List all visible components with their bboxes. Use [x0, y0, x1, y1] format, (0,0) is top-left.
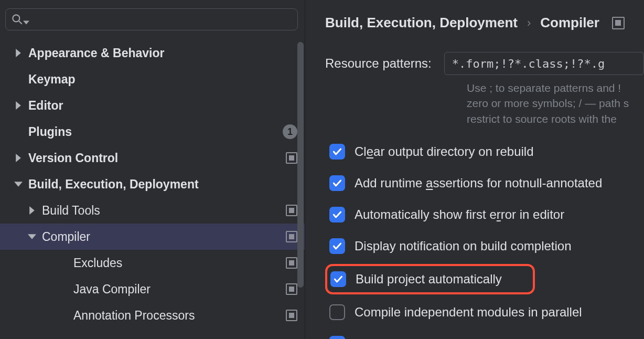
tree-item-excludes[interactable]: Excludes	[0, 250, 305, 276]
resource-patterns-hint: Use ; to separate patterns and ! zero or…	[467, 80, 644, 126]
checkbox[interactable]	[329, 238, 345, 254]
checkbox[interactable]	[329, 304, 345, 320]
tree-item-label: Build Tools	[42, 204, 100, 218]
tree-item-compiler[interactable]: Compiler	[0, 224, 305, 250]
breadcrumb-separator: ›	[527, 16, 531, 30]
checkbox[interactable]	[329, 144, 345, 160]
svg-line-1	[19, 21, 22, 24]
search-icon	[10, 13, 29, 26]
search-wrap	[0, 4, 305, 38]
breadcrumb: Build, Execution, Deployment › Compiler	[325, 15, 644, 31]
settings-window: Appearance & BehaviorKeymapEditorPlugins…	[0, 0, 644, 339]
checkbox[interactable]	[329, 207, 345, 223]
tree-item-appearance-behavior[interactable]: Appearance & Behavior	[0, 40, 305, 66]
resource-patterns-input[interactable]	[444, 52, 644, 75]
tree-item-label: Excludes	[73, 256, 122, 270]
checkbox-label: Clear output directory on rebuild	[355, 144, 534, 159]
tree-item-keymap[interactable]: Keymap	[0, 66, 305, 92]
tree-item-version-control[interactable]: Version Control	[0, 145, 305, 171]
hint-line: Use ; to separate patterns and !	[467, 80, 644, 96]
tree-item-build-execution-deployment[interactable]: Build, Execution, Deployment	[0, 171, 305, 197]
settings-sidebar: Appearance & BehaviorKeymapEditorPlugins…	[0, 0, 305, 339]
hint-line: restrict to source roots with the	[467, 111, 644, 126]
checkbox-label: Automatically show first error in editor	[355, 207, 564, 222]
svg-point-0	[13, 15, 19, 22]
chevron-right-icon[interactable]	[12, 46, 25, 60]
checkbox-label: Display notification on build completion	[355, 239, 572, 253]
update-badge: 1	[283, 124, 297, 139]
checkbox-row[interactable]: Automatically show first error in editor	[325, 201, 644, 228]
tree-item-label: Editor	[28, 99, 63, 113]
search-input[interactable]	[5, 8, 298, 30]
tree-item-label: Java Compiler	[73, 282, 151, 296]
chevron-down-icon[interactable]	[25, 230, 39, 243]
tree-item-plugins[interactable]: Plugins1	[0, 119, 305, 145]
tree-item-label: Build, Execution, Deployment	[28, 177, 199, 192]
project-scope-icon	[286, 152, 297, 164]
chevron-right-icon[interactable]	[25, 204, 39, 217]
tree-item-editor[interactable]: Editor	[0, 92, 305, 119]
tree-item-label: Keymap	[28, 72, 75, 87]
compiler-options-list: Clear output directory on rebuildAdd run…	[325, 138, 644, 339]
checkbox[interactable]	[329, 336, 345, 339]
checkbox-label: Add runtime assertions for notnull-annot…	[355, 176, 602, 190]
chevron-down-icon[interactable]	[12, 177, 25, 191]
checkbox-row[interactable]: Compile independent modules in parallel	[325, 299, 644, 326]
project-scope-icon	[612, 17, 625, 29]
tree-item-annotation-processors[interactable]: Annotation Processors	[0, 302, 305, 329]
checkbox-row[interactable]: Add runtime assertions for notnull-annot…	[325, 169, 644, 197]
resource-patterns-label: Resource patterns:	[325, 56, 432, 71]
project-scope-icon	[286, 257, 297, 269]
tree-item-java-compiler[interactable]: Java Compiler	[0, 276, 305, 302]
tree-item-label: Version Control	[28, 151, 118, 165]
scrollbar-thumb[interactable]	[297, 42, 304, 288]
checkbox-row[interactable]: Rebuild module on dependency change	[325, 330, 644, 339]
breadcrumb-current: Compiler	[540, 15, 599, 31]
settings-main: Build, Execution, Deployment › Compiler …	[305, 0, 644, 339]
checkbox-row[interactable]: Display notification on build completion	[325, 232, 644, 260]
resource-patterns-row: Resource patterns:	[325, 52, 644, 75]
project-scope-icon	[286, 205, 297, 216]
tree-item-label: Compiler	[42, 230, 90, 244]
checkbox[interactable]	[330, 271, 346, 287]
checkbox[interactable]	[329, 175, 345, 191]
checkbox-label: Compile independent modules in parallel	[355, 305, 582, 320]
project-scope-icon	[286, 231, 297, 242]
tree-item-build-tools[interactable]: Build Tools	[0, 197, 305, 224]
chevron-right-icon[interactable]	[12, 99, 25, 112]
project-scope-icon	[286, 283, 297, 295]
checkbox-row[interactable]: Clear output directory on rebuild	[325, 138, 644, 165]
settings-tree: Appearance & BehaviorKeymapEditorPlugins…	[0, 38, 305, 339]
tree-item-label: Annotation Processors	[73, 309, 195, 323]
chevron-right-icon[interactable]	[12, 151, 25, 165]
checkbox-label: Rebuild module on dependency change	[355, 336, 576, 339]
hint-line: zero or more symbols; / — path s	[467, 96, 644, 111]
project-scope-icon	[286, 310, 297, 321]
tree-item-label: Appearance & Behavior	[28, 46, 164, 60]
tree-item-label: Plugins	[28, 125, 72, 139]
checkbox-row[interactable]: Build project automatically	[325, 264, 535, 294]
checkbox-label: Build project automatically	[356, 272, 502, 287]
breadcrumb-parent[interactable]: Build, Execution, Deployment	[325, 15, 518, 31]
